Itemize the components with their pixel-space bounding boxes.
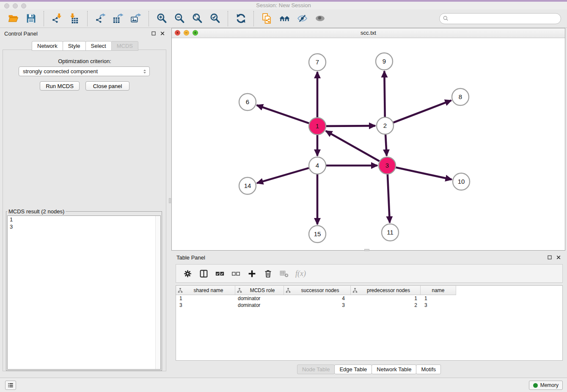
folder-open-icon [8,13,19,24]
network-close-button[interactable]: × [175,30,180,36]
graph-edge-3-10[interactable] [396,168,452,180]
network-maximize-button[interactable]: + [193,30,198,36]
network-minimize-button[interactable]: − [184,30,189,36]
tab-network-table[interactable]: Network Table [372,364,416,374]
graph-edge-1-2[interactable] [326,126,375,126]
graph-edge-4-14[interactable] [257,168,309,183]
graph-edge-2-9[interactable] [384,71,385,117]
gear-icon [183,269,192,278]
tab-motifs[interactable]: Motifs [416,364,441,374]
table-cell[interactable]: 1 [421,295,456,301]
graph-node-label: 11 [387,229,394,236]
column-header-successor-nodes[interactable]: successor nodes [284,286,351,295]
table-cell[interactable]: 1 [176,295,235,301]
criterion-select-value: strongly connected component [23,68,98,75]
column-header-name[interactable]: name [421,286,456,295]
horizontal-splitter-handle[interactable] [364,249,369,251]
graph-edge-3-1[interactable] [326,131,380,161]
memory-button[interactable]: Memory [529,381,563,390]
graph-edge-1-6[interactable] [257,105,309,124]
memory-status-icon [533,383,538,388]
column-header-predecessor-nodes[interactable]: predecessor nodes [351,286,421,295]
table-settings-button[interactable] [182,268,193,279]
tab-style[interactable]: Style [63,41,86,51]
tab-network[interactable]: Network [32,41,63,51]
node-table[interactable]: shared nameMCDS rolesuccessor nodesprede… [176,285,563,361]
table-cell[interactable]: 3 [176,302,235,308]
tab-edge-table[interactable]: Edge Table [334,364,372,374]
delete-row-button[interactable] [262,268,273,279]
close-table-panel-icon[interactable] [556,255,561,260]
tab-mcds[interactable]: MCDS [111,41,138,51]
column-header-label: name [422,287,454,293]
save-session-button[interactable] [25,12,37,25]
search-box[interactable] [439,13,561,24]
mcds-result-list[interactable]: 13 [7,215,161,370]
show-columns-button[interactable] [198,268,209,279]
graph-edge-2-8[interactable] [394,100,451,122]
close-panel-icon[interactable] [160,31,165,36]
task-history-button[interactable] [5,381,16,390]
export-table-icon [113,13,124,24]
copy-network-button[interactable] [260,12,273,25]
zoom-fit-button[interactable] [191,12,204,25]
network-canvas[interactable]: 7968124314101511 [172,38,565,251]
table-row[interactable]: 3dominator323 [176,302,562,309]
network-window-titlebar[interactable]: × − + scc.txt [172,28,565,38]
import-table-icon [69,13,80,24]
export-image-button[interactable] [129,12,142,25]
float-table-panel-icon[interactable] [547,255,552,260]
show-all-button[interactable] [314,12,326,25]
column-header-mcds-role[interactable]: MCDS role [235,286,284,295]
select-all-button[interactable] [214,268,225,279]
copy-network-icon [261,13,272,24]
control-panel: Control Panel NetworkStyleSelectMCDS Opt… [0,28,169,378]
network-view-window: × − + scc.txt 7968124314101511 [171,28,565,251]
zoom-in-icon [157,13,167,24]
close-panel-button[interactable]: Close panel [85,81,129,91]
graph-node-label: 2 [383,122,387,129]
run-mcds-button[interactable]: Run MCDS [40,81,80,91]
eye-slash-icon [297,13,308,24]
column-header-label: predecessor nodes [358,287,418,293]
graph-node-label: 7 [316,58,319,66]
table-cell[interactable]: dominator [235,295,284,301]
result-scrollbar[interactable] [155,216,160,369]
export-network-button[interactable] [94,12,107,25]
table-cell[interactable]: 1 [351,295,421,301]
table-cell[interactable]: 3 [284,302,351,308]
import-table-button[interactable] [68,12,81,25]
hierarchy-icon [237,288,242,293]
hide-selected-button[interactable] [296,12,308,25]
search-input[interactable] [449,14,561,23]
criterion-select[interactable]: strongly connected component [19,66,150,76]
add-row-button[interactable] [246,268,257,279]
tab-select[interactable]: Select [85,41,112,51]
toolbar-separator [253,11,254,26]
graph-edge-2-3[interactable] [385,135,387,156]
table-cell[interactable]: 3 [421,302,456,308]
column-header-shared-name[interactable]: shared name [176,286,235,295]
deselect-all-button[interactable] [230,268,241,279]
zoom-selected-button[interactable] [209,12,221,25]
table-cell[interactable]: dominator [235,302,284,308]
table-cell[interactable]: 4 [284,295,351,301]
first-neighbors-button[interactable] [278,12,291,25]
memory-label: Memory [540,382,559,388]
search-icon [443,15,449,22]
tab-node-table[interactable]: Node Table [297,364,335,374]
table-panel: Table Panel f(x) shared nameMCDS rolesuc… [171,252,567,377]
export-table-button[interactable] [112,12,124,25]
table-row[interactable]: 1dominator411 [176,295,562,302]
zoom-out-button[interactable] [173,12,186,25]
toolbar-separator [87,11,88,26]
table-cell[interactable]: 2 [351,302,421,308]
apply-layout-button[interactable] [234,12,247,25]
zoom-in-button[interactable] [155,12,168,25]
vertical-splitter-handle[interactable] [169,198,171,203]
float-panel-icon[interactable] [151,31,156,36]
open-session-button[interactable] [7,12,19,25]
import-network-button[interactable] [50,12,63,25]
graph-edge-3-11[interactable] [388,174,390,223]
zoom-selected-icon [210,13,220,24]
